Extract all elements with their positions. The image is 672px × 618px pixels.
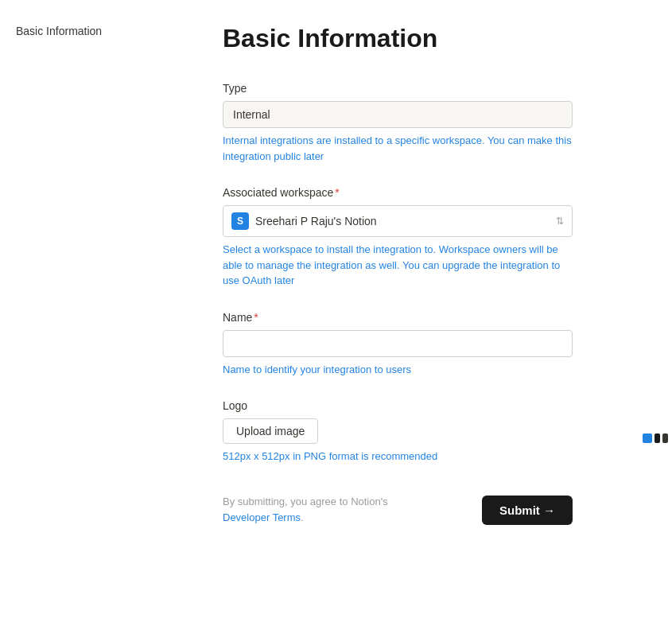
name-required-star: * bbox=[254, 311, 258, 324]
workspace-name: Sreehari P Raju's Notion bbox=[255, 215, 543, 227]
name-helper-text: Name to identify your integration to use… bbox=[223, 362, 573, 378]
decorative-dots bbox=[643, 433, 668, 443]
logo-label: Logo bbox=[223, 399, 636, 412]
workspace-avatar: S bbox=[231, 212, 249, 230]
upload-image-button[interactable]: Upload image bbox=[223, 418, 318, 444]
dot-blue bbox=[643, 433, 652, 443]
type-label: Type bbox=[223, 82, 636, 95]
name-section: Name* Name to identify your integration … bbox=[223, 311, 636, 378]
page-title: Basic Information bbox=[223, 24, 636, 53]
dot-dark bbox=[655, 433, 660, 443]
type-section: Type Internal integrations are installed… bbox=[223, 82, 636, 164]
name-input[interactable] bbox=[223, 330, 573, 357]
workspace-select[interactable]: S Sreehari P Raju's Notion ⇅ bbox=[223, 205, 573, 237]
footer-section: By submitting, you agree to Notion's Dev… bbox=[223, 494, 573, 525]
workspace-required-star: * bbox=[335, 186, 339, 199]
type-helper-text: Internal integrations are installed to a… bbox=[223, 133, 573, 164]
sidebar-item-basic-information[interactable]: Basic Information bbox=[16, 25, 102, 37]
main-content: Basic Information Type Internal integrat… bbox=[175, 0, 668, 618]
logo-section: Logo Upload image 512px x 512px in PNG f… bbox=[223, 399, 636, 462]
name-label: Name* bbox=[223, 311, 636, 324]
chevron-updown-icon: ⇅ bbox=[556, 216, 564, 227]
workspace-section: Associated workspace* S Sreehari P Raju'… bbox=[223, 186, 636, 289]
developer-terms-link[interactable]: Developer Terms bbox=[223, 511, 301, 523]
dot-dark2 bbox=[662, 433, 668, 443]
logo-hint-text: 512px x 512px in PNG format is recommend… bbox=[223, 450, 636, 462]
submit-button[interactable]: Submit → bbox=[482, 496, 573, 525]
consent-text: By submitting, you agree to Notion's Dev… bbox=[223, 494, 388, 525]
sidebar: Basic Information bbox=[0, 0, 175, 618]
type-input bbox=[223, 101, 573, 128]
workspace-helper-text: Select a workspace to install the integr… bbox=[223, 242, 573, 289]
workspace-label: Associated workspace* bbox=[223, 186, 636, 199]
